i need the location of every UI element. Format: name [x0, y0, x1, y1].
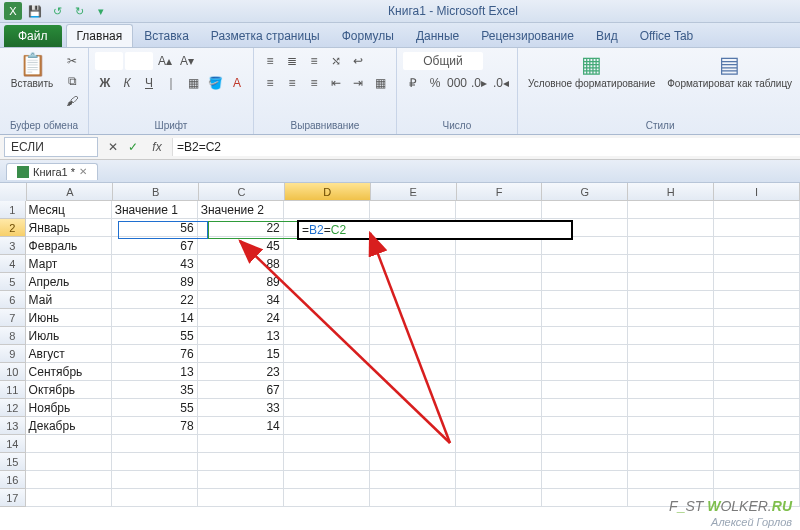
cell-I9[interactable]	[714, 345, 800, 363]
row-header-15[interactable]: 15	[0, 453, 26, 471]
cell-I1[interactable]	[714, 201, 800, 219]
cell-C9[interactable]: 15	[198, 345, 284, 363]
orientation-icon[interactable]: ⤭	[326, 52, 346, 70]
cell-F6[interactable]	[456, 291, 542, 309]
cell-F12[interactable]	[456, 399, 542, 417]
row-header-10[interactable]: 10	[0, 363, 26, 381]
cell-A14[interactable]	[26, 435, 112, 453]
cell-H10[interactable]	[628, 363, 714, 381]
cell-H2[interactable]	[628, 219, 714, 237]
font-size-combo[interactable]	[125, 52, 153, 70]
file-tab[interactable]: Файл	[4, 25, 62, 47]
font-name-combo[interactable]	[95, 52, 123, 70]
cell-H11[interactable]	[628, 381, 714, 399]
cell-H4[interactable]	[628, 255, 714, 273]
copy-icon[interactable]: ⧉	[62, 72, 82, 90]
row-header-3[interactable]: 3	[0, 237, 26, 255]
cell-C8[interactable]: 13	[198, 327, 284, 345]
cell-A3[interactable]: Февраль	[26, 237, 112, 255]
border-icon[interactable]: ▦	[183, 74, 203, 92]
cell-D1[interactable]	[284, 201, 370, 219]
row-header-8[interactable]: 8	[0, 327, 26, 345]
fill-color-icon[interactable]: 🪣	[205, 74, 225, 92]
formula-input[interactable]: =B2=C2	[172, 138, 800, 156]
cell-C13[interactable]: 14	[198, 417, 284, 435]
cell-E11[interactable]	[370, 381, 456, 399]
cell-D4[interactable]	[284, 255, 370, 273]
cell-D5[interactable]	[284, 273, 370, 291]
cell-A16[interactable]	[26, 471, 112, 489]
tab-office[interactable]: Office Tab	[629, 24, 705, 47]
merge-icon[interactable]: ▦	[370, 74, 390, 92]
comma-icon[interactable]: 000	[447, 74, 467, 92]
cell-A9[interactable]: Август	[26, 345, 112, 363]
cell-B5[interactable]: 89	[112, 273, 198, 291]
underline-button[interactable]: Ч	[139, 74, 159, 92]
close-workbook-icon[interactable]: ✕	[79, 166, 87, 177]
cell-B2[interactable]: 56	[112, 219, 198, 237]
cell-I7[interactable]	[714, 309, 800, 327]
fx-icon[interactable]: fx	[144, 140, 170, 154]
cell-C12[interactable]: 33	[198, 399, 284, 417]
row-header-13[interactable]: 13	[0, 417, 26, 435]
cut-icon[interactable]: ✂	[62, 52, 82, 70]
cell-B13[interactable]: 78	[112, 417, 198, 435]
active-cell-editor[interactable]: =B2=C2	[297, 220, 573, 240]
tab-formulas[interactable]: Формулы	[331, 24, 405, 47]
cell-B4[interactable]: 43	[112, 255, 198, 273]
cell-F7[interactable]	[456, 309, 542, 327]
cell-A17[interactable]	[26, 489, 112, 507]
cell-A15[interactable]	[26, 453, 112, 471]
cell-B12[interactable]: 55	[112, 399, 198, 417]
cell-F1[interactable]	[456, 201, 542, 219]
format-as-table-button[interactable]: ▤ Форматироват как таблицу	[663, 52, 796, 91]
cell-D6[interactable]	[284, 291, 370, 309]
cell-E12[interactable]	[370, 399, 456, 417]
cell-I14[interactable]	[714, 435, 800, 453]
cell-I2[interactable]	[714, 219, 800, 237]
tab-view[interactable]: Вид	[585, 24, 629, 47]
cell-I10[interactable]	[714, 363, 800, 381]
cell-F13[interactable]	[456, 417, 542, 435]
cell-E14[interactable]	[370, 435, 456, 453]
cell-A12[interactable]: Ноябрь	[26, 399, 112, 417]
cell-C16[interactable]	[198, 471, 284, 489]
col-header-F[interactable]: F	[457, 183, 543, 201]
decrease-indent-icon[interactable]: ⇤	[326, 74, 346, 92]
increase-indent-icon[interactable]: ⇥	[348, 74, 368, 92]
cell-D8[interactable]	[284, 327, 370, 345]
tab-insert[interactable]: Вставка	[133, 24, 200, 47]
decrease-font-icon[interactable]: A▾	[177, 52, 197, 70]
cell-F9[interactable]	[456, 345, 542, 363]
font-color-icon[interactable]: A	[227, 74, 247, 92]
cell-G15[interactable]	[542, 453, 628, 471]
conditional-formatting-button[interactable]: ▦ Условное форматирование	[524, 52, 659, 91]
row-header-5[interactable]: 5	[0, 273, 26, 291]
cell-I3[interactable]	[714, 237, 800, 255]
cell-D9[interactable]	[284, 345, 370, 363]
cell-D12[interactable]	[284, 399, 370, 417]
row-header-11[interactable]: 11	[0, 381, 26, 399]
cell-G17[interactable]	[542, 489, 628, 507]
cell-G7[interactable]	[542, 309, 628, 327]
cell-D13[interactable]	[284, 417, 370, 435]
cell-C11[interactable]: 67	[198, 381, 284, 399]
cell-C5[interactable]: 89	[198, 273, 284, 291]
cell-A1[interactable]: Месяц	[26, 201, 112, 219]
cell-F16[interactable]	[456, 471, 542, 489]
align-bottom-icon[interactable]: ≡	[304, 52, 324, 70]
row-header-12[interactable]: 12	[0, 399, 26, 417]
cell-G6[interactable]	[542, 291, 628, 309]
cell-F4[interactable]	[456, 255, 542, 273]
cell-H14[interactable]	[628, 435, 714, 453]
cell-I11[interactable]	[714, 381, 800, 399]
cell-A5[interactable]: Апрель	[26, 273, 112, 291]
tab-page-layout[interactable]: Разметка страницы	[200, 24, 331, 47]
cell-F5[interactable]	[456, 273, 542, 291]
cell-I12[interactable]	[714, 399, 800, 417]
cell-E17[interactable]	[370, 489, 456, 507]
row-header-1[interactable]: 1	[0, 201, 26, 219]
align-center-icon[interactable]: ≡	[282, 74, 302, 92]
cell-B15[interactable]	[112, 453, 198, 471]
cell-G4[interactable]	[542, 255, 628, 273]
